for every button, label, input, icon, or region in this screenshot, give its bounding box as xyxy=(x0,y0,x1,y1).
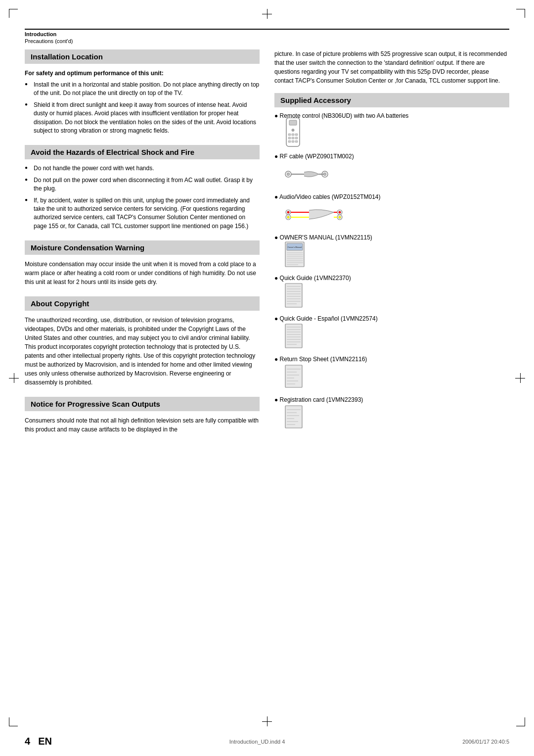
copyright-text: The unauthorized recording, use, distrib… xyxy=(25,316,260,387)
accessory-card-label: ● Registration card (1VMN22393) xyxy=(274,396,509,403)
page: Introduction Precautions (cont'd) Instal… xyxy=(0,0,534,756)
bullet-icon: ● xyxy=(274,356,280,363)
svg-rect-7 xyxy=(292,137,294,139)
svg-rect-8 xyxy=(295,137,298,139)
accessory-quick-guide: ● Quick Guide (1VMN22370) xyxy=(274,275,509,308)
installation-bold-label: For safety and optimum performance of th… xyxy=(25,69,260,78)
svg-rect-6 xyxy=(288,137,291,139)
accessory-quickguide-label: ● Quick Guide (1VMN22370) xyxy=(274,275,509,282)
right-column: picture. In case of picture problems wit… xyxy=(274,49,509,716)
supplied-accessory-header: Supplied Accessory xyxy=(274,93,509,107)
accessory-av-label: ● Audio/Video cables (WPZ0152TM014) xyxy=(274,193,509,200)
installation-location-header: Installation Location xyxy=(25,49,260,64)
left-column: Installation Location For safety and opt… xyxy=(25,49,260,716)
moisture-body: Moisture condensation may occur inside t… xyxy=(25,260,260,286)
copyright-header: About Copyright xyxy=(25,296,260,311)
rf-cable-icon xyxy=(284,167,329,181)
accessory-rf-cable: ● RF cable (WPZ0901TM002) xyxy=(274,153,509,187)
svg-point-28 xyxy=(339,216,341,219)
corner-mark-br xyxy=(516,717,525,726)
accessory-return-stop-sheet: ● Return Stop Sheet (1VMN22116) xyxy=(274,356,509,389)
corner-mark-bl xyxy=(9,717,18,726)
moisture-title: Moisture Condensation Warning xyxy=(31,243,254,252)
av-cables-icon xyxy=(284,207,344,222)
quick-guide-icon xyxy=(284,283,304,310)
accessory-manual-label: ● OWNER'S MANUAL (1VMN22115) xyxy=(274,234,509,241)
right-intro-text: picture. In case of picture problems wit… xyxy=(274,49,509,85)
avoid-hazards-bullets: Do not handle the power cord with wet ha… xyxy=(25,164,260,231)
center-cross-top xyxy=(262,9,272,19)
header-subsection: Precautions (cont'd) xyxy=(25,38,509,44)
return-stop-sheet-icon xyxy=(284,364,304,390)
svg-point-2 xyxy=(292,129,294,131)
page-label: EN xyxy=(38,736,52,747)
sheet-image xyxy=(284,365,509,389)
bullet-icon: ● xyxy=(274,275,280,282)
accessory-remote: ● Remote control (NB306UD) with two AA b… xyxy=(274,112,509,146)
hazards-bullet-2: Do not pull on the power cord when disco… xyxy=(25,176,260,193)
bullet-icon: ● xyxy=(274,193,279,200)
bullet-icon: ● xyxy=(274,396,280,403)
svg-point-19 xyxy=(287,211,290,214)
bullet-icon: ● xyxy=(274,315,280,322)
quick-guide-es-icon xyxy=(284,323,304,350)
avoid-hazards-body: Do not handle the power cord with wet ha… xyxy=(25,164,260,231)
main-content: Installation Location For safety and opt… xyxy=(25,49,509,716)
accessory-rf-label: ● RF cable (WPZ0901TM002) xyxy=(274,153,509,160)
moisture-text: Moisture condensation may occur inside t… xyxy=(25,260,260,286)
progressive-scan-title: Notice for Progressive Scan Outputs xyxy=(31,400,254,408)
accessory-av-cables: ● Audio/Video cables (WPZ0152TM014) xyxy=(274,193,509,227)
hazards-bullet-3: If, by accident, water is spilled on thi… xyxy=(25,196,260,231)
progressive-scan-body: Consumers should note that not all high … xyxy=(25,416,260,434)
corner-mark-tl xyxy=(9,9,18,18)
installation-bullets: Install the unit in a horizontal and sta… xyxy=(25,81,260,135)
header-bar: Introduction Precautions (cont'd) xyxy=(25,29,509,44)
installation-location-body: For safety and optimum performance of th… xyxy=(25,69,260,135)
accessory-sheet-label: ● Return Stop Sheet (1VMN22116) xyxy=(274,356,509,363)
svg-rect-9 xyxy=(288,141,291,142)
svg-rect-11 xyxy=(295,141,298,142)
svg-rect-3 xyxy=(288,134,291,136)
footer-left: Introduction_UD.indd 4 xyxy=(229,739,285,745)
bullet-icon: ● xyxy=(274,153,280,160)
avoid-hazards-title: Avoid the Hazards of Electrical Shock an… xyxy=(31,148,254,156)
owners-manual-icon: Owner's Manual xyxy=(284,241,307,270)
header-section: Introduction xyxy=(25,31,509,37)
svg-point-13 xyxy=(287,173,290,176)
svg-point-25 xyxy=(339,211,341,214)
svg-rect-1 xyxy=(289,120,297,125)
quick-guide-image xyxy=(284,284,509,308)
copyright-body: The unauthorized recording, use, distrib… xyxy=(25,316,260,387)
svg-point-17 xyxy=(323,173,326,176)
page-number: 4 xyxy=(25,736,30,747)
remote-control-icon xyxy=(284,118,302,150)
manual-image: Owner's Manual xyxy=(284,243,509,268)
accessory-registration-card: ● Registration card (1VMN22393) xyxy=(274,396,509,430)
footer-right: 2006/01/17 20:40:5 xyxy=(462,739,509,745)
svg-rect-10 xyxy=(292,141,294,142)
installation-location-title: Installation Location xyxy=(31,52,254,61)
card-image xyxy=(284,405,509,430)
accessory-quick-guide-es: ● Quick Guide - Español (1VMN22574) xyxy=(274,315,509,349)
svg-rect-5 xyxy=(295,134,298,136)
center-cross-bottom xyxy=(262,716,272,726)
quick-guide-es-image xyxy=(284,324,509,349)
remote-image xyxy=(284,121,509,146)
hazards-bullet-1: Do not handle the power cord with wet ha… xyxy=(25,164,260,173)
accessory-remote-label: ● Remote control (NB306UD) with two AA b… xyxy=(274,112,509,119)
av-cable-image xyxy=(284,202,509,227)
svg-rect-4 xyxy=(292,134,294,136)
center-cross-right xyxy=(515,373,525,383)
svg-point-22 xyxy=(287,216,290,219)
progressive-scan-text: Consumers should note that not all high … xyxy=(25,416,260,434)
bullet-icon: ● xyxy=(274,234,280,241)
supplied-accessory-title: Supplied Accessory xyxy=(280,96,503,104)
progressive-scan-header: Notice for Progressive Scan Outputs xyxy=(25,397,260,411)
installation-bullet-1: Install the unit in a horizontal and sta… xyxy=(25,81,260,98)
moisture-header: Moisture Condensation Warning xyxy=(25,240,260,255)
center-cross-left xyxy=(9,373,19,383)
registration-card-icon xyxy=(284,405,304,430)
rf-cable-image xyxy=(284,162,509,187)
avoid-hazards-header: Avoid the Hazards of Electrical Shock an… xyxy=(25,145,260,159)
bullet-icon: ● xyxy=(274,112,280,119)
